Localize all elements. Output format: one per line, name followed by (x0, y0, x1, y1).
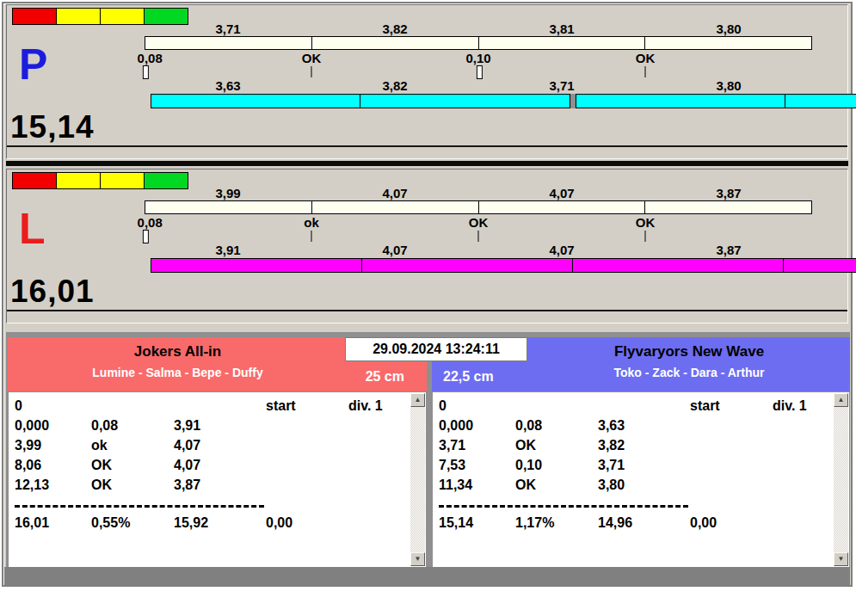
exchange-gap-marker (143, 230, 149, 243)
results-list[interactable]: 0 start div. 1 0,000 0,08 3,91 3,99 ok 4… (8, 391, 427, 568)
exchange-labels: 0,08 OK 0,10 OK (145, 51, 812, 65)
run-time-label: 3,80 (645, 22, 812, 36)
total-time: 15,14 (439, 515, 473, 531)
cumulative-time: 7,53 (439, 458, 465, 473)
table-row: 3,99 ok 4,07 (15, 438, 407, 458)
run-time: 4,07 (174, 458, 200, 473)
dog-bar-segment (572, 258, 784, 273)
split-bar-segment (644, 36, 812, 50)
run-time-label: 3,99 (145, 186, 311, 200)
penalty-time: 0,00 (690, 515, 717, 531)
dog-bar-segment (361, 258, 573, 273)
bottom-bar-labels: 3,91 4,07 4,07 3,87 (145, 243, 812, 257)
exchange-value: OK (91, 458, 112, 473)
results-list[interactable]: 0 start div. 1 0,000 0,08 3,63 3,71 OK 3… (432, 391, 850, 568)
run-time-label: 3,87 (645, 186, 812, 200)
table-row: 7,53 0,10 3,71 (439, 458, 830, 477)
run-time: 3,80 (598, 477, 625, 493)
run-time-label: 3,63 (145, 78, 311, 93)
run-time: 3,87 (174, 477, 200, 493)
exchange-label: 0,10 (465, 51, 490, 65)
total-time: 16,01 (15, 515, 49, 531)
run-time-label: 3,71 (478, 78, 645, 93)
exchange-value: OK (515, 477, 536, 493)
exchange-tick-marker (311, 66, 312, 77)
split-bar-segment (478, 36, 646, 50)
run-time-label: 4,07 (478, 186, 645, 200)
scrollbar[interactable]: ▲ ▼ (410, 393, 425, 566)
run-time-label: 3,82 (311, 78, 478, 93)
dog-bar-segment (151, 94, 360, 108)
run-time: 3,71 (598, 458, 625, 473)
cumulative-time: 8,06 (15, 458, 41, 473)
dog-bar-segment (785, 94, 856, 108)
exchange-label: OK (469, 215, 489, 230)
summary-separator (15, 497, 407, 515)
status-light-red (12, 8, 57, 25)
scroll-down-button[interactable]: ▼ (834, 552, 848, 566)
table-row: 11,34 OK 3,80 (439, 477, 830, 497)
results-rows: 0 start div. 1 0,000 0,08 3,63 3,71 OK 3… (439, 398, 830, 535)
exchange-value: OK (515, 438, 536, 453)
scroll-down-icon: ▼ (838, 555, 845, 563)
counter-value: 0 (15, 398, 22, 414)
cumulative-time: 11,34 (439, 477, 472, 493)
lane-separator (6, 161, 848, 166)
exchange-value: 0,08 (91, 418, 118, 434)
cumulative-time: 0,000 (439, 418, 473, 434)
table-row: 0,000 0,08 3,91 (15, 418, 407, 438)
status-light-yellow1 (56, 8, 101, 25)
exchange-label: ok (304, 215, 319, 230)
jump-height-label: 25 cm (366, 369, 404, 385)
results-header-row: 0 start div. 1 (15, 398, 407, 418)
exchange-label: OK (302, 51, 322, 65)
top-bar-labels: 3,99 4,07 4,07 3,87 (145, 186, 812, 200)
split-bar-segment (145, 200, 312, 214)
scroll-down-icon: ▼ (415, 555, 422, 563)
team-members: Toko - Zack - Dara - Arthur (432, 360, 850, 379)
lane-letter: L (19, 206, 46, 253)
jump-height-label: 22,5 cm (443, 369, 494, 385)
exchange-tick-marker (311, 231, 312, 242)
run-time-label: 4,07 (311, 243, 478, 257)
table-row: 3,71 OK 3,82 (439, 438, 830, 458)
split-bar-segment (478, 200, 646, 214)
run-time: 3,91 (174, 418, 200, 434)
app-window: P 15,14 3,71 3,82 3,81 3,80 0,08 OK 0,10… (2, 2, 853, 587)
split-times-bar (145, 200, 812, 214)
exchange-value: ok (91, 438, 108, 453)
split-bar-segment (311, 200, 479, 214)
exchange-value: 0,10 (515, 458, 542, 473)
run-time-label: 3,71 (145, 22, 311, 36)
exchange-tick-marker (645, 66, 646, 77)
loss-percentage: 1,17% (515, 515, 554, 531)
team-members: Lumine - Salma - Bepe - Duffy (8, 360, 427, 379)
bottom-bar-labels: 3,63 3,82 3,71 3,80 (145, 78, 812, 93)
lane-total-time: 16,01 (10, 274, 95, 310)
scroll-up-icon: ▲ (838, 396, 845, 403)
lane-divider-line (7, 310, 847, 311)
penalty-time: 0,00 (266, 515, 293, 531)
net-time: 14,96 (598, 515, 632, 531)
scroll-up-button[interactable]: ▲ (834, 393, 848, 407)
scroll-down-button[interactable]: ▼ (410, 552, 425, 566)
summary-separator (439, 497, 830, 515)
run-time: 4,07 (174, 438, 200, 453)
scroll-up-button[interactable]: ▲ (410, 393, 425, 407)
cumulative-time: 12,13 (15, 477, 49, 493)
loss-percentage: 0,55% (91, 515, 130, 531)
table-row: 8,06 OK 4,07 (15, 458, 407, 477)
division-label: div. 1 (348, 398, 383, 414)
lane-letter: P (19, 41, 47, 89)
scrollbar[interactable]: ▲ ▼ (834, 393, 848, 566)
exchange-label: 0,08 (138, 215, 163, 230)
split-times-bar (145, 36, 812, 50)
exchange-tick-marker (645, 231, 646, 242)
table-row: 0,000 0,08 3,63 (439, 418, 830, 438)
exchange-label: OK (636, 51, 656, 65)
status-light-yellow2 (100, 8, 145, 25)
summary-row: 16,01 0,55% 15,92 0,00 (15, 515, 407, 535)
exchange-label: OK (636, 215, 656, 230)
run-time-label: 4,07 (478, 243, 645, 257)
teams-section: 29.09.2024 13:24:11 Jokers All-in Lumine… (6, 332, 850, 568)
